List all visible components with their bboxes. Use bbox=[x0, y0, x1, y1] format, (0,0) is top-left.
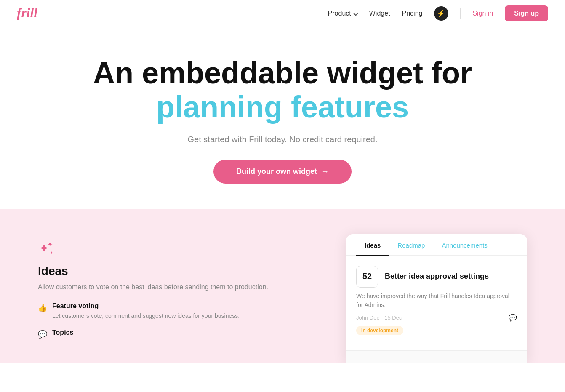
widget-bottom-peek bbox=[346, 350, 527, 363]
navbar: frill Product Widget Pricing ⚡ Sign in S… bbox=[0, 0, 565, 27]
sparkle-icon: ✦ ✦ ✦ bbox=[38, 238, 321, 258]
features-section: ✦ ✦ ✦ Ideas Allow customers to vote on t… bbox=[0, 209, 565, 363]
widget-preview: Ideas Roadmap Announcements 52 Better id… bbox=[346, 234, 527, 363]
tab-ideas[interactable]: Ideas bbox=[356, 234, 389, 256]
hero-section: An embeddable widget for planning featur… bbox=[0, 27, 565, 209]
lightning-button[interactable]: ⚡ bbox=[434, 6, 448, 21]
hero-subtitle: Get started with Frill today. No credit … bbox=[17, 135, 548, 144]
tab-roadmap[interactable]: Roadmap bbox=[389, 234, 433, 256]
feature-item-voting: 👍 Feature voting Let customers vote, com… bbox=[38, 302, 321, 320]
ideas-desc: Allow customers to vote on the best idea… bbox=[38, 282, 321, 292]
tab-announcements[interactable]: Announcements bbox=[433, 234, 496, 256]
hero-title-line2: planning features bbox=[17, 90, 548, 125]
vote-count[interactable]: 52 bbox=[356, 266, 378, 288]
status-badge: In development bbox=[356, 326, 403, 335]
svg-text:✦: ✦ bbox=[47, 241, 53, 248]
idea-card-header: 52 Better idea approval settings bbox=[356, 266, 517, 288]
signin-link[interactable]: Sign in bbox=[472, 10, 493, 17]
idea-card: 52 Better idea approval settings We have… bbox=[356, 264, 517, 342]
nav-divider bbox=[460, 8, 461, 19]
features-left: ✦ ✦ ✦ Ideas Allow customers to vote on t… bbox=[38, 234, 321, 347]
svg-text:frill: frill bbox=[17, 5, 37, 20]
svg-text:✦: ✦ bbox=[50, 251, 53, 255]
feature-voting-desc: Let customers vote, comment and suggest … bbox=[52, 312, 240, 320]
product-chevron-icon bbox=[353, 11, 358, 16]
widget-tabs: Ideas Roadmap Announcements bbox=[346, 234, 527, 256]
signup-button[interactable]: Sign up bbox=[505, 5, 548, 21]
nav-pricing[interactable]: Pricing bbox=[402, 10, 423, 17]
feature-item-topics: 💬 Topics bbox=[38, 329, 321, 339]
feature-voting-title: Feature voting bbox=[52, 302, 240, 310]
widget-body: 52 Better idea approval settings We have… bbox=[346, 256, 527, 350]
idea-title: Better idea approval settings bbox=[385, 272, 489, 281]
thumbs-up-icon: 👍 bbox=[38, 303, 47, 312]
nav-widget[interactable]: Widget bbox=[369, 10, 390, 17]
comment-icon[interactable]: 💬 bbox=[509, 314, 517, 322]
idea-author: John Doe 15 Dec bbox=[356, 315, 405, 321]
feature-topics-title: Topics bbox=[52, 329, 73, 336]
nav-links: Product Widget Pricing ⚡ Sign in Sign up bbox=[328, 5, 548, 21]
build-widget-button[interactable]: Build your own widget → bbox=[213, 160, 352, 184]
hero-title-line1: An embeddable widget for bbox=[17, 56, 548, 90]
logo[interactable]: frill bbox=[17, 3, 42, 24]
chat-icon: 💬 bbox=[38, 330, 47, 339]
idea-meta: John Doe 15 Dec 💬 bbox=[356, 314, 517, 322]
nav-product[interactable]: Product bbox=[328, 10, 357, 17]
idea-description: We have improved the way that Frill hand… bbox=[356, 292, 517, 309]
ideas-title: Ideas bbox=[38, 264, 321, 278]
lightning-icon: ⚡ bbox=[437, 9, 445, 17]
